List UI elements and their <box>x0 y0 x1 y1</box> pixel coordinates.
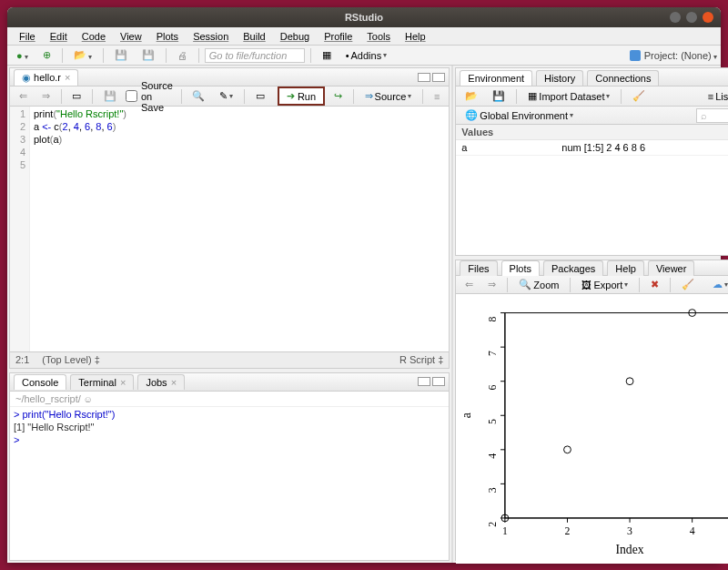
viewer-tab[interactable]: Viewer <box>648 260 694 276</box>
minimize-pane-button[interactable] <box>418 73 430 82</box>
zoom-button[interactable]: 🔍 Zoom <box>513 276 564 293</box>
show-in-new-window-button[interactable]: ▭ <box>66 87 86 105</box>
back-button[interactable]: ⇐ <box>14 87 33 105</box>
svg-text:3: 3 <box>487 488 499 494</box>
grid-button[interactable]: ▦ <box>317 46 337 64</box>
r-file-icon: ◉ <box>22 72 31 83</box>
save-button[interactable]: 💾 <box>109 46 133 64</box>
menu-build[interactable]: Build <box>237 29 271 44</box>
goto-input[interactable]: Go to file/function <box>205 48 305 63</box>
env-row[interactable]: a num [1:5] 2 4 6 8 6 <box>456 140 728 156</box>
menubar: File Edit Code View Plots Session Build … <box>7 27 721 46</box>
close-tab-icon[interactable]: × <box>65 72 70 83</box>
console-output[interactable]: > print("Hello Rscript!") [1] "Hello Rsc… <box>10 407 449 560</box>
import-dataset-button[interactable]: ▦ Import Dataset <box>522 87 615 105</box>
scope-label[interactable]: (Top Level) ‡ <box>42 354 100 365</box>
svg-text:4: 4 <box>487 453 499 459</box>
maximize-pane-button[interactable] <box>432 377 445 386</box>
menu-debug[interactable]: Debug <box>274 29 316 44</box>
rerun-button[interactable]: ↪ <box>329 87 348 105</box>
menu-session[interactable]: Session <box>187 29 235 44</box>
values-header: Values <box>456 125 728 140</box>
console-tab[interactable]: Console <box>14 374 66 390</box>
svg-text:7: 7 <box>487 351 499 356</box>
project-menu[interactable]: Project: (None) <box>644 50 717 61</box>
publish-button[interactable]: ☁ <box>707 276 728 293</box>
window-title: RStudio <box>7 12 721 23</box>
menu-help[interactable]: Help <box>399 29 432 44</box>
plot-area: 123452345678Indexa <box>456 294 728 564</box>
connections-tab[interactable]: Connections <box>587 70 659 86</box>
svg-text:a: a <box>460 413 473 419</box>
environment-tab[interactable]: Environment <box>460 70 532 86</box>
run-button[interactable]: ➔Run <box>278 87 325 106</box>
next-plot-button[interactable]: ⇒ <box>482 276 501 293</box>
menu-tools[interactable]: Tools <box>360 29 397 44</box>
main-toolbar: ● ⊕ 📂 💾 💾 🖨 Go to file/function ▦ • Addi… <box>7 46 721 66</box>
svg-point-28 <box>564 446 571 453</box>
menu-plots[interactable]: Plots <box>150 29 185 44</box>
menu-view[interactable]: View <box>114 29 148 44</box>
print-button[interactable]: 🖨 <box>172 47 193 64</box>
working-dir[interactable]: ~/hello_rscript/ ☺ <box>10 392 449 407</box>
wand-button[interactable]: ✎ <box>214 87 238 105</box>
env-scope-button[interactable]: 🌐 Global Environment <box>460 107 579 124</box>
menu-profile[interactable]: Profile <box>318 29 359 44</box>
svg-text:2: 2 <box>565 525 571 537</box>
env-search-input[interactable]: ⌕ <box>696 108 728 123</box>
code-editor[interactable]: 1 2 3 4 5 print("Hello Rscript!") a <- c… <box>10 107 449 351</box>
clear-workspace-button[interactable]: 🧹 <box>627 87 651 105</box>
remove-plot-button[interactable]: ✖ <box>645 276 664 293</box>
source-on-save-checkbox[interactable] <box>126 90 137 102</box>
new-project-button[interactable]: ⊕ <box>37 46 56 64</box>
svg-text:3: 3 <box>627 525 632 537</box>
plots-tab[interactable]: Plots <box>501 260 540 276</box>
cursor-position: 2:1 <box>15 354 29 365</box>
history-tab[interactable]: History <box>536 70 583 86</box>
svg-text:1: 1 <box>502 525 508 537</box>
file-type-label[interactable]: R Script ‡ <box>399 354 443 365</box>
save-all-button[interactable]: 💾 <box>136 46 160 64</box>
titlebar: RStudio <box>7 7 721 27</box>
menu-file[interactable]: File <box>13 29 42 44</box>
find-button[interactable]: 🔍 <box>187 87 210 105</box>
outline-button[interactable]: ≡ <box>429 88 445 105</box>
clear-plots-button[interactable]: 🧹 <box>676 276 700 293</box>
packages-tab[interactable]: Packages <box>543 260 603 276</box>
run-arrow-icon: ➔ <box>287 90 295 102</box>
source-dropdown-button[interactable]: ⇒ Source <box>359 87 418 105</box>
list-mode-button[interactable]: ≡ List <box>703 88 728 105</box>
save-workspace-button[interactable]: 💾 <box>487 87 511 105</box>
menu-code[interactable]: Code <box>76 29 112 44</box>
svg-text:8: 8 <box>487 317 499 322</box>
prev-plot-button[interactable]: ⇐ <box>460 276 479 293</box>
maximize-pane-button[interactable] <box>432 73 445 82</box>
svg-point-29 <box>626 378 633 385</box>
new-file-button[interactable]: ● <box>11 47 34 64</box>
open-file-button[interactable]: 📂 <box>68 46 97 64</box>
save-source-button[interactable]: 💾 <box>98 87 122 105</box>
menu-edit[interactable]: Edit <box>44 29 74 44</box>
terminal-tab[interactable]: Terminal× <box>70 374 134 390</box>
jobs-tab[interactable]: Jobs× <box>137 374 185 390</box>
project-icon <box>630 50 641 61</box>
forward-button[interactable]: ⇒ <box>36 87 56 105</box>
files-tab[interactable]: Files <box>460 260 497 276</box>
compile-report-button[interactable]: ▭ <box>250 87 270 105</box>
globe-icon: 🌐 <box>465 109 478 121</box>
svg-rect-0 <box>505 313 728 518</box>
svg-text:6: 6 <box>487 385 499 391</box>
export-button[interactable]: 🖼 Export <box>576 277 633 293</box>
svg-text:Index: Index <box>616 544 644 557</box>
svg-text:2: 2 <box>487 522 499 527</box>
source-tab[interactable]: ◉ hello.r× <box>14 69 78 86</box>
help-tab[interactable]: Help <box>607 260 644 276</box>
load-workspace-button[interactable]: 📂 <box>460 87 483 105</box>
svg-text:4: 4 <box>690 525 695 537</box>
addins-button[interactable]: • Addins <box>340 47 393 64</box>
svg-text:5: 5 <box>487 419 499 424</box>
minimize-pane-button[interactable] <box>418 377 430 386</box>
